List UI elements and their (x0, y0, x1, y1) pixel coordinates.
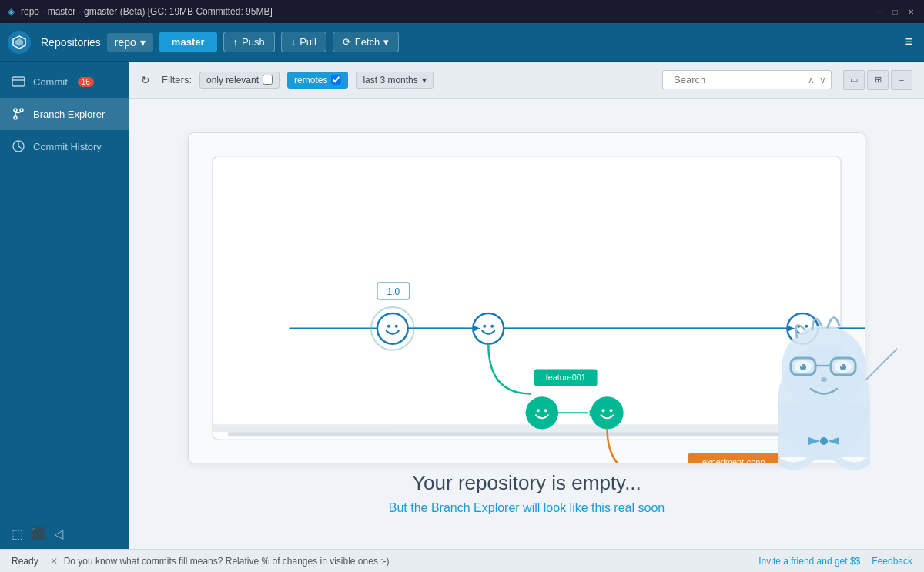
commit-badge: 16 (78, 77, 94, 87)
close-button[interactable]: ✕ (905, 6, 916, 18)
menu-button[interactable]: ≡ (900, 30, 916, 54)
svg-point-6 (14, 116, 17, 119)
ready-status: Ready (12, 556, 38, 567)
svg-point-51 (609, 409, 612, 412)
statusbar-right: Invite a friend and get $$ Feedback (758, 556, 912, 567)
statusbar-message-area: ✕ Do you know what commits fill means? R… (50, 556, 748, 567)
commit-history-label: Commit History (33, 141, 102, 152)
empty-state: Your repository is empty... But the Bran… (389, 471, 665, 515)
statusbar-close-button[interactable]: ✕ (50, 556, 58, 567)
history-icon (12, 139, 25, 153)
app-title: repo - master - gmaster (Beta) [GC: 19MB… (21, 6, 273, 17)
invite-link[interactable]: Invite a friend and get $$ (758, 556, 860, 567)
titlebar: ◈ repo - master - gmaster (Beta) [GC: 19… (0, 0, 924, 23)
mascot-svg (751, 303, 897, 480)
commit-icon (12, 75, 25, 89)
svg-point-78 (841, 365, 843, 367)
search-next-button[interactable]: ∨ (819, 75, 826, 85)
import-button[interactable]: ⬛ (31, 527, 46, 541)
branch-icon (12, 107, 25, 121)
view-grid-button[interactable]: ⊞ (867, 70, 889, 90)
svg-text:feature001: feature001 (546, 373, 586, 382)
svg-point-45 (537, 409, 540, 412)
svg-point-25 (387, 325, 390, 328)
canvas-area: 1.0 master (129, 99, 924, 549)
feedback-link[interactable]: Feedback (872, 556, 912, 567)
date-filter[interactable]: last 3 months ▾ (356, 72, 433, 89)
search-prev-button[interactable]: ∧ (808, 75, 815, 85)
sidebar-bottom: ⬚ ⬛ ◁ (0, 519, 129, 549)
svg-text:1.0: 1.0 (387, 286, 400, 297)
remotes-checkbox[interactable] (331, 75, 341, 85)
export-button[interactable]: ⬚ (12, 527, 23, 541)
maximize-button[interactable]: □ (889, 6, 901, 18)
app-body: Commit 16 Branch Explorer Commit History… (0, 62, 924, 549)
repo-selector[interactable]: repo ▾ (107, 33, 153, 52)
commit-label: Commit (33, 76, 68, 88)
remotes-filter[interactable]: remotes (287, 72, 348, 89)
sidebar: Commit 16 Branch Explorer Commit History… (0, 62, 129, 549)
filter-bar: ↻ Filters: only relevant remotes last 3 … (129, 62, 924, 99)
pull-icon: ↓ (291, 36, 296, 48)
view-single-button[interactable]: ▭ (843, 70, 865, 90)
push-button[interactable]: ↑ Push (223, 32, 275, 52)
svg-rect-13 (213, 424, 841, 432)
svg-rect-2 (12, 77, 25, 86)
view-buttons: ▭ ⊞ ≡ (843, 70, 912, 90)
svg-point-50 (602, 409, 605, 412)
svg-rect-68 (778, 403, 870, 457)
search-input[interactable] (674, 74, 803, 85)
refresh-button[interactable]: ↻ (141, 74, 150, 86)
statusbar: Ready ✕ Do you know what commits fill me… (0, 549, 924, 572)
back-button[interactable]: ◁ (54, 527, 63, 541)
empty-title: Your repository is empty... (389, 471, 665, 495)
fetch-icon: ⟳ (343, 36, 351, 48)
titlebar-left: ◈ repo - master - gmaster (Beta) [GC: 19… (8, 6, 273, 17)
svg-point-24 (377, 313, 408, 344)
minimize-button[interactable]: ─ (874, 6, 886, 18)
search-box[interactable]: ∧ ∨ (662, 70, 832, 89)
svg-point-49 (592, 397, 623, 428)
sidebar-item-commit[interactable]: Commit 16 (0, 65, 129, 98)
only-relevant-label: only relevant (206, 75, 259, 85)
svg-point-4 (14, 109, 17, 112)
svg-point-28 (483, 325, 486, 328)
svg-point-77 (801, 365, 803, 367)
view-list-button[interactable]: ≡ (891, 70, 912, 90)
date-filter-icon: ▾ (422, 75, 427, 85)
remotes-label: remotes (294, 75, 327, 85)
branch-button[interactable]: master (159, 32, 217, 52)
date-filter-label: last 3 months (363, 75, 417, 85)
filters-label: Filters: (162, 74, 192, 85)
mascot (751, 303, 905, 472)
app-icon: ◈ (8, 6, 15, 17)
pull-button[interactable]: ↓ Pull (281, 32, 326, 52)
only-relevant-checkbox[interactable] (263, 75, 273, 85)
svg-point-69 (782, 326, 866, 410)
sidebar-item-branch-explorer[interactable]: Branch Explorer (0, 98, 129, 130)
svg-point-46 (544, 409, 547, 412)
svg-rect-14 (228, 432, 825, 436)
svg-point-26 (395, 325, 398, 328)
titlebar-controls[interactable]: ─ □ ✕ (874, 6, 916, 18)
main-content: ↻ Filters: only relevant remotes last 3 … (129, 62, 924, 549)
svg-marker-1 (15, 38, 23, 46)
only-relevant-filter[interactable]: only relevant (199, 72, 280, 89)
svg-point-29 (490, 325, 494, 328)
toolbar: Repositories repo ▾ master ↑ Push ↓ Pull… (0, 23, 924, 62)
repositories-label: Repositories (41, 36, 101, 49)
statusbar-message: Do you know what commits fill means? Rel… (64, 556, 390, 567)
svg-point-79 (821, 377, 827, 382)
svg-rect-12 (213, 156, 841, 440)
branch-explorer-label: Branch Explorer (33, 109, 105, 120)
svg-line-83 (866, 341, 897, 380)
svg-point-5 (20, 109, 23, 112)
fetch-button[interactable]: ⟳ Fetch ▾ (333, 32, 400, 52)
svg-point-82 (820, 437, 828, 445)
app-logo (8, 31, 31, 54)
push-icon: ↑ (233, 36, 239, 48)
sidebar-item-commit-history[interactable]: Commit History (0, 130, 129, 162)
empty-subtitle: But the Branch Explorer will look like t… (389, 501, 665, 515)
